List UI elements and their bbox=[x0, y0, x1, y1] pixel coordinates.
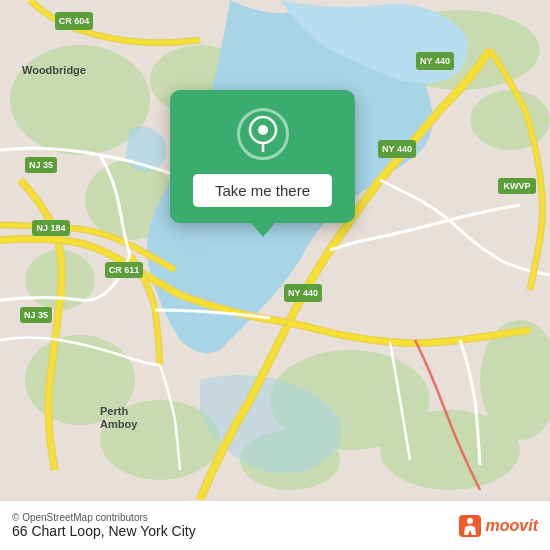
svg-text:Amboy: Amboy bbox=[100, 418, 138, 430]
svg-text:NJ 35: NJ 35 bbox=[29, 160, 53, 170]
moovit-logo[interactable]: moovit bbox=[459, 515, 538, 537]
popup-card: Take me there bbox=[170, 90, 355, 223]
location-pin-icon bbox=[247, 116, 279, 152]
location-label: 66 Chart Loop, New York City bbox=[12, 523, 459, 539]
location-icon-circle bbox=[237, 108, 289, 160]
svg-text:NJ 35: NJ 35 bbox=[24, 310, 48, 320]
svg-text:KWVP: KWVP bbox=[504, 181, 531, 191]
svg-text:Woodbridge: Woodbridge bbox=[22, 64, 86, 76]
map-background: CR 604 NY 440 NY 440 NY 440 NJ 35 NJ 35 … bbox=[0, 0, 550, 500]
bottom-bar: © OpenStreetMap contributors 66 Chart Lo… bbox=[0, 500, 550, 550]
svg-point-35 bbox=[258, 125, 268, 135]
bottom-left: © OpenStreetMap contributors 66 Chart Lo… bbox=[12, 512, 459, 539]
svg-text:NJ 184: NJ 184 bbox=[36, 223, 65, 233]
svg-text:CR 604: CR 604 bbox=[59, 16, 90, 26]
moovit-icon bbox=[459, 515, 481, 537]
moovit-brand-text: moovit bbox=[486, 517, 538, 535]
svg-text:NY 440: NY 440 bbox=[288, 288, 318, 298]
svg-text:NY 440: NY 440 bbox=[420, 56, 450, 66]
take-me-there-button[interactable]: Take me there bbox=[193, 174, 332, 207]
svg-text:NY 440: NY 440 bbox=[382, 144, 412, 154]
osm-attribution: © OpenStreetMap contributors bbox=[12, 512, 459, 523]
map-container: CR 604 NY 440 NY 440 NY 440 NJ 35 NJ 35 … bbox=[0, 0, 550, 500]
svg-point-4 bbox=[470, 90, 550, 150]
svg-point-37 bbox=[467, 518, 473, 524]
svg-text:Perth: Perth bbox=[100, 405, 128, 417]
svg-text:CR 611: CR 611 bbox=[109, 265, 140, 275]
